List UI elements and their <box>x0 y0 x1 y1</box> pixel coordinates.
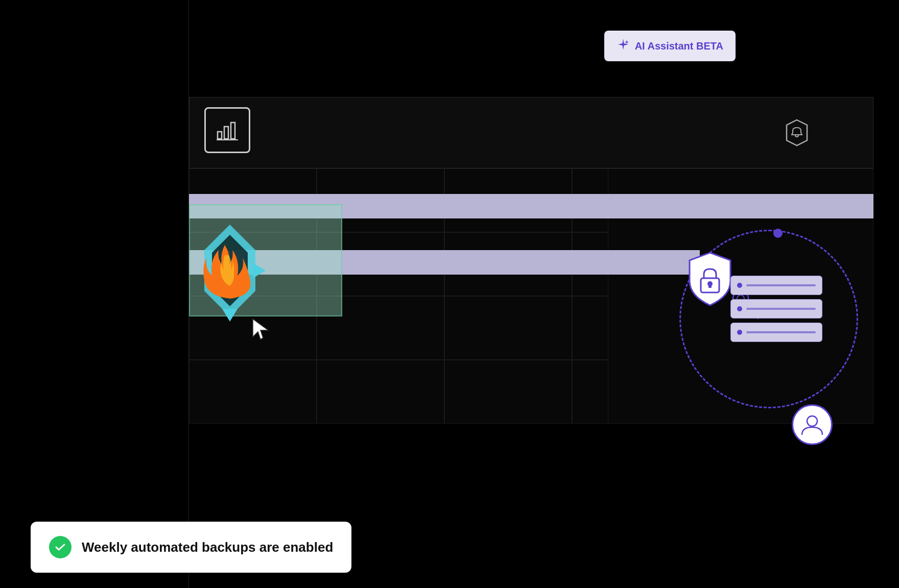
bar-chart-icon <box>215 117 240 143</box>
server-line-2 <box>746 308 816 310</box>
server-dot-1 <box>737 283 742 288</box>
server-card-2 <box>730 299 822 318</box>
toast-message: Weekly automated backups are enabled <box>82 540 333 555</box>
svg-rect-0 <box>218 132 222 139</box>
mouse-cursor <box>250 316 271 344</box>
top-bar <box>189 97 873 168</box>
server-card-3 <box>730 323 822 342</box>
toast-notification: Weekly automated backups are enabled <box>31 522 351 573</box>
notification-icon-box[interactable] <box>776 112 817 153</box>
svg-marker-4 <box>787 120 807 145</box>
shield-icon-wrap <box>684 250 736 311</box>
grid-cell-15 <box>444 360 572 424</box>
server-dot-2 <box>737 306 742 311</box>
svg-marker-5 <box>253 319 268 339</box>
bell-icon <box>782 117 812 148</box>
circle-top-dot <box>773 229 783 238</box>
user-avatar <box>792 404 833 445</box>
grid-cell-14 <box>317 360 444 424</box>
svg-point-13 <box>807 416 817 426</box>
chart-icon-box[interactable] <box>204 107 250 153</box>
server-cards-group <box>730 276 822 342</box>
grid-cell-13 <box>189 360 317 424</box>
main-container: AI Assistant BETA <box>0 0 899 588</box>
svg-rect-1 <box>224 127 228 139</box>
server-dot-3 <box>737 330 742 335</box>
server-line-1 <box>746 284 816 286</box>
ai-assistant-button[interactable]: AI Assistant BETA <box>604 31 736 61</box>
top-area <box>189 0 899 97</box>
toast-check-icon <box>49 536 72 558</box>
left-sidebar <box>0 0 189 588</box>
fire-gear-icon <box>174 214 286 327</box>
ai-assistant-label: AI Assistant BETA <box>635 40 723 52</box>
grid-cell-11 <box>444 296 572 360</box>
svg-rect-8 <box>708 284 712 288</box>
sparkle-icon <box>617 38 630 54</box>
server-card-1 <box>730 276 822 295</box>
server-line-3 <box>746 331 816 333</box>
svg-rect-2 <box>231 122 235 139</box>
